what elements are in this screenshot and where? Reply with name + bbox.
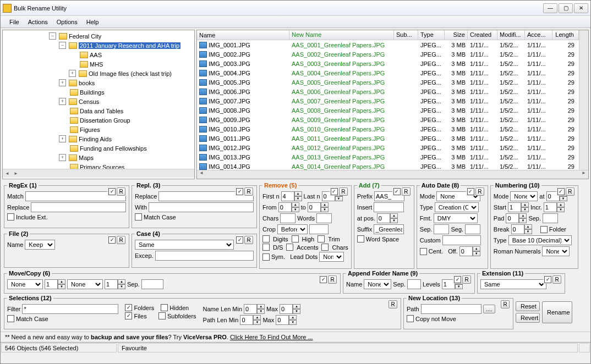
case-select[interactable]: Same xyxy=(135,240,234,250)
list-hscroll[interactable]: ◄ ► xyxy=(197,170,588,179)
words-input[interactable] xyxy=(316,213,332,223)
from-input[interactable] xyxy=(278,202,292,212)
num-type-select[interactable]: Base 10 (Decimal) xyxy=(508,235,572,245)
mc-reset[interactable]: R xyxy=(328,275,337,284)
subfolders-cb[interactable] xyxy=(158,312,166,319)
file-row[interactable]: IMG_0003.JPGAAS_0003_Greenleaf Papers.JP… xyxy=(197,59,579,68)
file-row[interactable]: IMG_0002.JPGAAS_0002_Greenleaf Papers.JP… xyxy=(197,49,579,59)
remove-enable-cb[interactable]: ✓ xyxy=(331,188,338,195)
tree-item[interactable]: +Census xyxy=(4,97,193,106)
tree-item[interactable]: Funding and Fellowships xyxy=(4,144,193,153)
af-sep-input[interactable] xyxy=(407,279,421,289)
repl-matchcase-cb[interactable] xyxy=(135,213,142,220)
browse-button[interactable]: .... xyxy=(483,305,495,313)
hidden-cb[interactable] xyxy=(161,304,168,311)
tree-item[interactable]: Dissertation Group xyxy=(4,115,193,125)
menu-actions[interactable]: Actions xyxy=(24,18,52,26)
ds-cb[interactable] xyxy=(262,244,270,251)
mc-sep-input[interactable] xyxy=(141,279,163,289)
insert-input[interactable] xyxy=(374,202,404,212)
copynotmove-cb[interactable] xyxy=(407,315,414,322)
file-row[interactable]: IMG_0009.JPGAAS_0009_Greenleaf Papers.JP… xyxy=(197,115,579,124)
atpos-input[interactable] xyxy=(377,213,390,223)
column-header[interactable]: Size xyxy=(445,30,468,40)
add-reset[interactable]: R xyxy=(402,187,411,196)
status-grip[interactable] xyxy=(579,343,590,352)
tree-item[interactable]: Figures xyxy=(4,125,193,134)
ad-seg-input[interactable] xyxy=(465,224,480,234)
tree-hscroll[interactable] xyxy=(3,169,194,178)
reset-button[interactable]: Reset xyxy=(516,301,540,311)
tree-item[interactable]: Primary Sources xyxy=(4,162,193,169)
repl-reset[interactable]: R xyxy=(244,187,253,196)
accents-cb[interactable] xyxy=(286,244,293,251)
ad-type-select[interactable]: Creation (Cur xyxy=(435,202,479,212)
nlm-input[interactable] xyxy=(244,304,257,314)
mc-enable-cb[interactable]: ✓ xyxy=(320,276,327,283)
ad-sep-input[interactable] xyxy=(434,224,449,234)
menu-help[interactable]: Help xyxy=(82,18,103,26)
expander-icon[interactable]: + xyxy=(59,135,66,142)
sel-reset[interactable]: R xyxy=(388,300,397,308)
mc-spin2[interactable] xyxy=(105,279,118,289)
menu-options[interactable]: Options xyxy=(52,18,82,26)
af-enable-cb[interactable]: ✓ xyxy=(454,276,461,283)
tree-item[interactable]: +Maps xyxy=(4,153,193,162)
off-input[interactable] xyxy=(459,246,473,256)
column-header[interactable]: Name xyxy=(197,30,289,40)
file-row[interactable]: IMG_0014.JPGAAS_0014_Greenleaf Papers.JP… xyxy=(197,162,579,170)
file-reset[interactable]: R xyxy=(117,236,125,244)
column-header[interactable]: Sub... xyxy=(394,30,418,40)
file-row[interactable]: IMG_0011.JPGAAS_0011_Greenleaf Papers.JP… xyxy=(197,134,579,143)
case-reset[interactable]: R xyxy=(244,236,253,244)
num-reset[interactable]: R xyxy=(566,187,574,196)
tree-item[interactable]: +Old Image files (check last trip) xyxy=(4,69,193,78)
cent-cb[interactable] xyxy=(420,248,427,255)
file-row[interactable]: IMG_0010.JPGAAS_0010_Greenleaf Papers.JP… xyxy=(197,124,579,134)
mc-select2[interactable]: None xyxy=(67,279,103,289)
list-vscroll[interactable] xyxy=(579,30,588,170)
sym-cb[interactable] xyxy=(262,253,270,261)
tree-item[interactable]: AAS xyxy=(4,50,193,59)
digits-cb[interactable] xyxy=(262,235,270,242)
leaddots-select[interactable]: Non xyxy=(319,252,344,262)
crop-input[interactable] xyxy=(309,224,329,234)
num-start-input[interactable] xyxy=(508,202,521,212)
num-enable-cb[interactable]: ✓ xyxy=(557,188,565,195)
file-row[interactable]: IMG_0013.JPGAAS_0013_Greenleaf Papers.JP… xyxy=(197,152,579,162)
column-header[interactable]: Modifi... xyxy=(497,30,525,40)
file-row[interactable]: IMG_0005.JPGAAS_0005_Greenleaf Papers.JP… xyxy=(197,78,579,87)
num-sep-input[interactable] xyxy=(543,213,558,223)
filter-input[interactable] xyxy=(22,304,118,314)
add-enable-cb[interactable]: ✓ xyxy=(393,188,401,195)
autodate-enable-cb[interactable]: ✓ xyxy=(467,188,474,195)
regex-incext-cb[interactable] xyxy=(7,213,14,220)
autodate-reset[interactable]: R xyxy=(475,187,484,196)
ext-enable-cb[interactable]: ✓ xyxy=(544,276,551,283)
regex-replace-input[interactable] xyxy=(31,202,126,212)
path-input[interactable] xyxy=(421,304,481,314)
file-row[interactable]: IMG_0012.JPGAAS_0012_Greenleaf Papers.JP… xyxy=(197,143,579,152)
column-header[interactable]: Type xyxy=(418,30,445,40)
regex-enable-cb[interactable]: ✓ xyxy=(108,188,116,195)
ext-reset[interactable]: R xyxy=(552,275,561,284)
to-input[interactable] xyxy=(308,202,321,212)
num-incr-input[interactable] xyxy=(544,202,557,212)
tree-item[interactable]: MHS xyxy=(4,59,193,69)
chars-input[interactable] xyxy=(280,213,296,223)
rename-button[interactable]: Rename xyxy=(542,301,572,323)
expander-icon[interactable]: + xyxy=(59,154,66,161)
tree-item[interactable]: −Federal City xyxy=(4,31,193,41)
file-row[interactable]: IMG_0006.JPGAAS_0006_Greenleaf Papers.JP… xyxy=(197,87,579,96)
regex-reset[interactable]: R xyxy=(117,187,125,196)
suffix-input[interactable] xyxy=(374,224,404,234)
chars2-cb[interactable] xyxy=(321,244,329,251)
column-header[interactable]: Acce... xyxy=(525,30,552,40)
expander-icon[interactable]: − xyxy=(59,42,66,49)
num-pad-input[interactable] xyxy=(506,213,519,223)
mc-spin1[interactable] xyxy=(45,279,58,289)
expander-icon[interactable]: + xyxy=(69,70,76,77)
plm-input[interactable] xyxy=(240,315,253,325)
file-row[interactable]: IMG_0001.JPGAAS_0001_Greenleaf Papers.JP… xyxy=(197,40,579,49)
file-row[interactable]: IMG_0007.JPGAAS_0007_Greenleaf Papers.JP… xyxy=(197,96,579,106)
